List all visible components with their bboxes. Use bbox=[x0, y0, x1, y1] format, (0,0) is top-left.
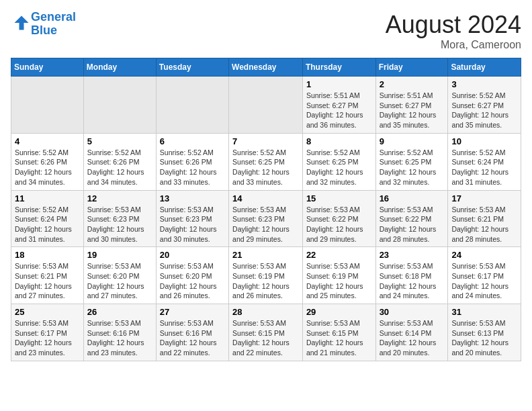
day-detail: Sunrise: 5:52 AMSunset: 6:25 PMDaylight:… bbox=[232, 148, 299, 187]
calendar-week-5: 25Sunrise: 5:53 AMSunset: 6:17 PMDayligh… bbox=[11, 304, 521, 361]
day-number: 15 bbox=[306, 193, 372, 203]
calendar-cell: 4Sunrise: 5:52 AMSunset: 6:26 PMDaylight… bbox=[11, 133, 84, 190]
day-detail: Sunrise: 5:51 AMSunset: 6:27 PMDaylight:… bbox=[306, 91, 372, 130]
day-number: 31 bbox=[451, 307, 517, 317]
header-row: SundayMondayTuesdayWednesdayThursdayFrid… bbox=[11, 58, 521, 77]
day-detail: Sunrise: 5:52 AMSunset: 6:25 PMDaylight:… bbox=[380, 148, 445, 187]
calendar-cell: 7Sunrise: 5:52 AMSunset: 6:25 PMDaylight… bbox=[229, 133, 303, 190]
day-detail: Sunrise: 5:52 AMSunset: 6:26 PMDaylight:… bbox=[160, 148, 225, 187]
calendar-cell: 20Sunrise: 5:53 AMSunset: 6:20 PMDayligh… bbox=[156, 247, 228, 304]
day-number: 22 bbox=[306, 250, 372, 260]
day-number: 27 bbox=[160, 307, 225, 317]
day-number: 25 bbox=[15, 307, 80, 317]
calendar-cell: 28Sunrise: 5:53 AMSunset: 6:15 PMDayligh… bbox=[229, 304, 303, 361]
day-number: 8 bbox=[306, 136, 372, 146]
day-detail: Sunrise: 5:53 AMSunset: 6:20 PMDaylight:… bbox=[87, 261, 152, 301]
day-number: 9 bbox=[380, 136, 445, 146]
day-number: 17 bbox=[451, 193, 517, 203]
day-detail: Sunrise: 5:53 AMSunset: 6:23 PMDaylight:… bbox=[160, 205, 225, 244]
calendar-cell: 15Sunrise: 5:53 AMSunset: 6:22 PMDayligh… bbox=[302, 190, 375, 247]
day-number: 2 bbox=[380, 79, 445, 89]
header-cell-saturday: Saturday bbox=[448, 58, 521, 77]
logo-text: General Blue bbox=[31, 11, 76, 38]
calendar-week-4: 18Sunrise: 5:53 AMSunset: 6:21 PMDayligh… bbox=[11, 247, 521, 304]
day-number: 4 bbox=[15, 136, 80, 146]
day-number: 10 bbox=[451, 136, 517, 146]
day-number: 23 bbox=[380, 250, 445, 260]
header-cell-friday: Friday bbox=[375, 58, 448, 77]
day-detail: Sunrise: 5:53 AMSunset: 6:15 PMDaylight:… bbox=[232, 318, 299, 358]
calendar-week-2: 4Sunrise: 5:52 AMSunset: 6:26 PMDaylight… bbox=[11, 133, 521, 190]
calendar-cell: 25Sunrise: 5:53 AMSunset: 6:17 PMDayligh… bbox=[11, 304, 84, 361]
calendar-cell: 30Sunrise: 5:53 AMSunset: 6:14 PMDayligh… bbox=[375, 304, 448, 361]
calendar-cell: 14Sunrise: 5:53 AMSunset: 6:23 PMDayligh… bbox=[229, 190, 303, 247]
day-detail: Sunrise: 5:53 AMSunset: 6:22 PMDaylight:… bbox=[380, 205, 445, 244]
calendar-week-1: 1Sunrise: 5:51 AMSunset: 6:27 PMDaylight… bbox=[11, 77, 521, 134]
calendar-table: SundayMondayTuesdayWednesdayThursdayFrid… bbox=[11, 58, 521, 361]
day-detail: Sunrise: 5:53 AMSunset: 6:22 PMDaylight:… bbox=[306, 205, 372, 244]
calendar-cell: 17Sunrise: 5:53 AMSunset: 6:21 PMDayligh… bbox=[448, 190, 521, 247]
svg-marker-0 bbox=[15, 15, 29, 30]
calendar-cell bbox=[229, 77, 303, 134]
calendar-cell: 13Sunrise: 5:53 AMSunset: 6:23 PMDayligh… bbox=[156, 190, 228, 247]
calendar-cell: 5Sunrise: 5:52 AMSunset: 6:26 PMDaylight… bbox=[83, 133, 156, 190]
header-cell-sunday: Sunday bbox=[11, 58, 84, 77]
day-detail: Sunrise: 5:53 AMSunset: 6:19 PMDaylight:… bbox=[306, 261, 372, 301]
day-number: 13 bbox=[160, 193, 225, 203]
calendar-cell: 19Sunrise: 5:53 AMSunset: 6:20 PMDayligh… bbox=[83, 247, 156, 304]
calendar-cell bbox=[11, 77, 84, 134]
day-number: 7 bbox=[232, 136, 299, 146]
main-title: August 2024 bbox=[386, 11, 521, 39]
header-cell-wednesday: Wednesday bbox=[229, 58, 303, 77]
calendar-header: SundayMondayTuesdayWednesdayThursdayFrid… bbox=[11, 58, 521, 77]
title-block: August 2024 Mora, Cameroon bbox=[386, 11, 521, 51]
day-number: 29 bbox=[306, 307, 372, 317]
day-number: 24 bbox=[451, 250, 517, 260]
day-detail: Sunrise: 5:52 AMSunset: 6:26 PMDaylight:… bbox=[87, 148, 152, 187]
day-number: 21 bbox=[232, 250, 299, 260]
calendar-cell: 29Sunrise: 5:53 AMSunset: 6:15 PMDayligh… bbox=[302, 304, 375, 361]
calendar-cell: 16Sunrise: 5:53 AMSunset: 6:22 PMDayligh… bbox=[375, 190, 448, 247]
calendar-cell: 18Sunrise: 5:53 AMSunset: 6:21 PMDayligh… bbox=[11, 247, 84, 304]
calendar-cell: 31Sunrise: 5:53 AMSunset: 6:13 PMDayligh… bbox=[448, 304, 521, 361]
header-cell-thursday: Thursday bbox=[302, 58, 375, 77]
calendar-cell: 22Sunrise: 5:53 AMSunset: 6:19 PMDayligh… bbox=[302, 247, 375, 304]
calendar-cell: 12Sunrise: 5:53 AMSunset: 6:23 PMDayligh… bbox=[83, 190, 156, 247]
calendar-cell: 3Sunrise: 5:52 AMSunset: 6:27 PMDaylight… bbox=[448, 77, 521, 134]
header-cell-tuesday: Tuesday bbox=[156, 58, 228, 77]
day-detail: Sunrise: 5:51 AMSunset: 6:27 PMDaylight:… bbox=[380, 91, 445, 130]
day-detail: Sunrise: 5:53 AMSunset: 6:19 PMDaylight:… bbox=[232, 261, 299, 301]
day-number: 28 bbox=[232, 307, 299, 317]
day-number: 11 bbox=[15, 193, 80, 203]
calendar-cell: 1Sunrise: 5:51 AMSunset: 6:27 PMDaylight… bbox=[302, 77, 375, 134]
header-cell-monday: Monday bbox=[83, 58, 156, 77]
calendar-cell: 2Sunrise: 5:51 AMSunset: 6:27 PMDaylight… bbox=[375, 77, 448, 134]
logo-line2: Blue bbox=[31, 24, 57, 37]
day-number: 14 bbox=[232, 193, 299, 203]
day-detail: Sunrise: 5:53 AMSunset: 6:16 PMDaylight:… bbox=[160, 318, 225, 358]
page-header: General Blue August 2024 Mora, Cameroon bbox=[11, 11, 521, 51]
day-detail: Sunrise: 5:53 AMSunset: 6:17 PMDaylight:… bbox=[15, 318, 80, 358]
day-number: 20 bbox=[160, 250, 225, 260]
calendar-cell: 21Sunrise: 5:53 AMSunset: 6:19 PMDayligh… bbox=[229, 247, 303, 304]
day-number: 1 bbox=[306, 79, 372, 89]
calendar-week-3: 11Sunrise: 5:52 AMSunset: 6:24 PMDayligh… bbox=[11, 190, 521, 247]
day-number: 30 bbox=[380, 307, 445, 317]
day-detail: Sunrise: 5:53 AMSunset: 6:17 PMDaylight:… bbox=[451, 261, 517, 301]
calendar-cell: 9Sunrise: 5:52 AMSunset: 6:25 PMDaylight… bbox=[375, 133, 448, 190]
calendar-cell: 6Sunrise: 5:52 AMSunset: 6:26 PMDaylight… bbox=[156, 133, 228, 190]
logo-icon bbox=[12, 13, 31, 32]
day-detail: Sunrise: 5:53 AMSunset: 6:13 PMDaylight:… bbox=[451, 318, 517, 358]
day-detail: Sunrise: 5:53 AMSunset: 6:21 PMDaylight:… bbox=[15, 261, 80, 301]
day-number: 3 bbox=[451, 79, 517, 89]
calendar-cell: 10Sunrise: 5:52 AMSunset: 6:24 PMDayligh… bbox=[448, 133, 521, 190]
day-number: 26 bbox=[87, 307, 152, 317]
logo-line1: General bbox=[31, 10, 76, 24]
day-number: 6 bbox=[160, 136, 225, 146]
day-detail: Sunrise: 5:53 AMSunset: 6:15 PMDaylight:… bbox=[306, 318, 372, 358]
calendar-body: 1Sunrise: 5:51 AMSunset: 6:27 PMDaylight… bbox=[11, 77, 521, 361]
calendar-cell: 8Sunrise: 5:52 AMSunset: 6:25 PMDaylight… bbox=[302, 133, 375, 190]
calendar-cell: 26Sunrise: 5:53 AMSunset: 6:16 PMDayligh… bbox=[83, 304, 156, 361]
day-detail: Sunrise: 5:53 AMSunset: 6:23 PMDaylight:… bbox=[232, 205, 299, 244]
day-detail: Sunrise: 5:53 AMSunset: 6:16 PMDaylight:… bbox=[87, 318, 152, 358]
